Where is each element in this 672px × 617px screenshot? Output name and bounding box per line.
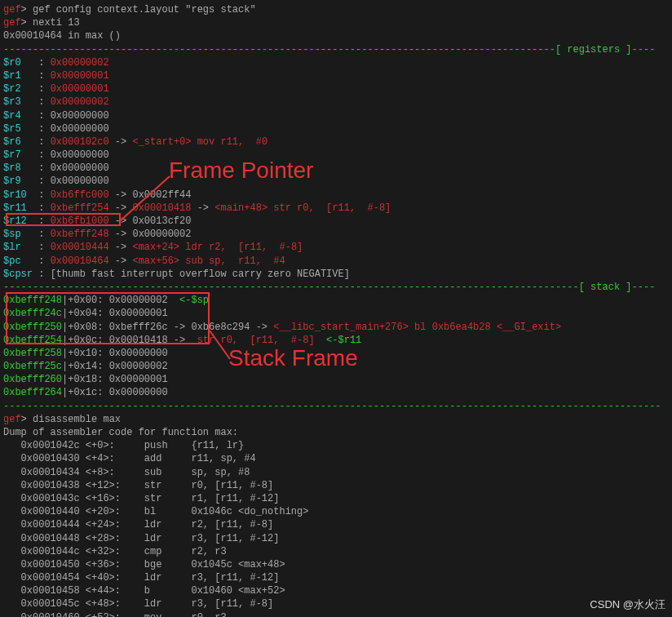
asm-line: 0x0001044c <+32>: cmp r2, r3 <box>3 545 669 558</box>
cmd-line-2: gef> nexti 13 <box>3 16 669 29</box>
sep-stack: ----------------------------------------… <box>3 281 669 294</box>
stack-row: 0xbefff24c|+0x04: 0x00000001 <box>3 307 669 320</box>
asm-line: 0x0001042c <+0>: push {r11, lr} <box>3 439 669 452</box>
stack-row: 0xbefff250|+0x08: 0xbefff26c -> 0xb6e8c2… <box>3 321 669 334</box>
asm-line: 0x0001043c <+16>: str r1, [r11, #-12] <box>3 492 669 505</box>
asm-line: 0x00010440 <+20>: bl 0x1046c <do_nothing… <box>3 505 669 518</box>
status-line: 0x00010464 in max () <box>3 29 669 42</box>
reg-r11: $r11 : 0xbefff254 -> 0x00010418 -> <main… <box>3 202 669 215</box>
asm-line: 0x00010430 <+4>: add r11, sp, #4 <box>3 452 669 465</box>
reg-pc: $pc : 0x00010464 -> <max+56> sub sp, r11… <box>3 255 669 268</box>
stack-row: 0xbefff25c|+0x14: 0x00000002 <box>3 360 669 373</box>
reg-r1: $r1 : 0x00000001 <box>3 69 669 82</box>
sep-registers: ----------------------------------------… <box>3 43 669 56</box>
reg-r12: $r12 : 0xb6fb1000 -> 0x0013cf20 <box>3 215 669 228</box>
asm-line: 0x00010444 <+24>: ldr r2, [r11, #-8] <box>3 518 669 531</box>
reg-r8: $r8 : 0x00000000 <box>3 162 669 175</box>
reg-r5: $r5 : 0x00000000 <box>3 122 669 135</box>
stack-row: 0xbefff254|+0x0c: 0x00010418 -> str r0, … <box>3 334 669 347</box>
stack-row: 0xbefff248|+0x00: 0x00000002 <-$sp <box>3 294 669 307</box>
reg-lr: $lr : 0x00010444 -> <max+24> ldr r2, [r1… <box>3 241 669 254</box>
watermark: CSDN @水火汪 <box>590 597 665 612</box>
reg-r7: $r7 : 0x00000000 <box>3 149 669 162</box>
cmd-line-3: gef> disassemble max <box>3 413 669 426</box>
reg-r9: $r9 : 0x00000000 <box>3 175 669 188</box>
reg-r0: $r0 : 0x00000002 <box>3 56 669 69</box>
reg-r3: $r3 : 0x00000002 <box>3 95 669 109</box>
reg-sp: $sp : 0xbefff248 -> 0x00000002 <box>3 228 669 241</box>
dump-header: Dump of assembler code for function max: <box>3 426 669 439</box>
reg-r6: $r6 : 0x000102c0 -> <_start+0> mov r11, … <box>3 135 669 149</box>
sep-bottom: ----------------------------------------… <box>3 400 669 413</box>
reg-r10: $r10 : 0xb6ffc000 -> 0x0002ff44 <box>3 189 669 202</box>
asm-line: 0x00010460 <+52>: mov r0, r3 <box>3 611 669 617</box>
reg-cpsr: $cpsr : [thumb fast interrupt overflow c… <box>3 268 669 281</box>
stack-row: 0xbefff264|+0x1c: 0x00000000 <box>3 386 669 399</box>
asm-line: 0x00010434 <+8>: sub sp, sp, #8 <box>3 466 669 479</box>
cmd-line-1: gef> gef config context.layout "regs sta… <box>3 3 669 16</box>
reg-r4: $r4 : 0x00000000 <box>3 109 669 122</box>
asm-line: 0x00010448 <+28>: ldr r3, [r11, #-12] <box>3 532 669 545</box>
asm-line: 0x0001045c <+48>: ldr r3, [r11, #-8] <box>3 597 669 610</box>
asm-line: 0x00010438 <+12>: str r0, [r11, #-8] <box>3 479 669 492</box>
reg-r2: $r2 : 0x00000001 <box>3 82 669 95</box>
asm-line: 0x00010458 <+44>: b 0x10460 <max+52> <box>3 584 669 597</box>
stack-row: 0xbefff260|+0x18: 0x00000001 <box>3 373 669 386</box>
asm-line: 0x00010454 <+40>: ldr r3, [r11, #-12] <box>3 571 669 584</box>
asm-line: 0x00010450 <+36>: bge 0x1045c <max+48> <box>3 558 669 571</box>
stack-row: 0xbefff258|+0x10: 0x00000000 <box>3 347 669 360</box>
